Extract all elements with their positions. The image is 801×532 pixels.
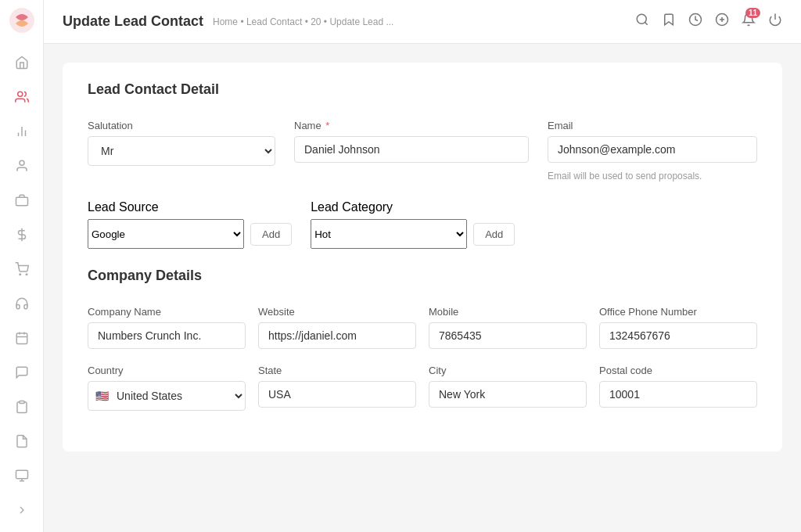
mobile-input[interactable] xyxy=(429,322,587,349)
bookmark-icon[interactable] xyxy=(662,13,676,31)
form-row-2: Lead Source Google Facebook Twitter Refe… xyxy=(88,200,757,249)
company-name-group: Company Name xyxy=(88,306,246,349)
sidebar-item-finance[interactable] xyxy=(6,219,38,250)
page-content: Lead Contact Detail Salutation Mr Mrs Ms… xyxy=(44,44,801,532)
svg-point-18 xyxy=(637,14,646,23)
sidebar-item-home[interactable] xyxy=(6,47,38,78)
page-title: Update Lead Contact xyxy=(63,13,203,30)
lead-contact-card: Lead Contact Detail Salutation Mr Mrs Ms… xyxy=(63,63,782,451)
state-input[interactable] xyxy=(258,381,416,408)
sidebar-item-support[interactable] xyxy=(6,288,38,319)
clock-icon[interactable] xyxy=(688,13,702,31)
sidebar-item-docs[interactable] xyxy=(6,426,38,457)
sidebar-item-messages[interactable] xyxy=(6,357,38,388)
lead-source-select[interactable]: Google Facebook Twitter Referral xyxy=(88,219,244,249)
lead-category-group: Lead Category Hot Warm Cold Add xyxy=(311,200,515,249)
postal-group: Postal code xyxy=(599,365,757,411)
office-phone-label: Office Phone Number xyxy=(599,306,757,318)
sidebar xyxy=(0,0,44,532)
lead-category-row: Hot Warm Cold Add xyxy=(311,219,515,249)
notification-count: 11 xyxy=(745,8,760,18)
office-phone-group: Office Phone Number xyxy=(599,306,757,349)
sidebar-item-clients[interactable] xyxy=(6,150,38,182)
salutation-select[interactable]: Mr Mrs Ms Dr xyxy=(88,136,275,166)
sidebar-item-monitor[interactable] xyxy=(6,460,38,491)
header: Update Lead Contact Home • Lead Contact … xyxy=(44,0,801,44)
svg-rect-15 xyxy=(16,470,27,479)
company-row-2: Country 🇺🇸 United States United Kingdom … xyxy=(88,365,757,411)
company-name-label: Company Name xyxy=(88,306,246,318)
city-input[interactable] xyxy=(429,381,587,408)
postal-label: Postal code xyxy=(599,365,757,376)
office-phone-input[interactable] xyxy=(599,322,757,349)
state-label: State xyxy=(258,365,416,376)
state-group: State xyxy=(258,365,416,411)
name-label: Name * xyxy=(294,120,529,131)
mobile-group: Mobile xyxy=(429,306,587,349)
sidebar-item-contacts[interactable] xyxy=(6,81,38,113)
city-group: City xyxy=(429,365,587,411)
sidebar-item-analytics[interactable] xyxy=(6,116,38,147)
sidebar-item-briefcase[interactable] xyxy=(6,185,38,216)
country-label: Country xyxy=(88,365,246,376)
power-icon[interactable] xyxy=(768,13,782,31)
name-input[interactable] xyxy=(294,136,529,163)
email-group: Email Email will be used to send proposa… xyxy=(548,120,757,182)
country-flag-wrapper: 🇺🇸 United States United Kingdom Canada A… xyxy=(88,381,246,411)
salutation-group: Salutation Mr Mrs Ms Dr xyxy=(88,120,275,182)
sidebar-item-calendar[interactable] xyxy=(6,322,38,354)
lead-contact-section-title: Lead Contact Detail xyxy=(88,81,757,98)
search-icon[interactable] xyxy=(635,13,649,31)
svg-rect-10 xyxy=(16,333,27,344)
sidebar-expand-button[interactable] xyxy=(6,494,38,526)
email-hint: Email will be used to send proposals. xyxy=(548,171,757,182)
app-logo xyxy=(8,6,36,34)
name-group: Name * xyxy=(294,120,529,182)
svg-point-5 xyxy=(20,160,24,165)
website-group: Website xyxy=(258,306,416,349)
lead-source-label: Lead Source xyxy=(88,200,292,214)
lead-source-group: Lead Source Google Facebook Twitter Refe… xyxy=(88,200,292,249)
lead-source-add-button[interactable]: Add xyxy=(250,223,292,246)
svg-point-9 xyxy=(26,274,27,275)
svg-rect-14 xyxy=(20,401,24,404)
breadcrumb: Home • Lead Contact • 20 • Update Lead .… xyxy=(213,16,393,27)
company-name-input[interactable] xyxy=(88,322,246,349)
company-section: Company Details Company Name Website Mob… xyxy=(88,268,757,411)
sidebar-item-cart[interactable] xyxy=(6,253,38,285)
website-label: Website xyxy=(258,306,416,318)
main-area: Update Lead Contact Home • Lead Contact … xyxy=(44,0,801,532)
sidebar-item-clipboard[interactable] xyxy=(6,391,38,422)
website-input[interactable] xyxy=(258,322,416,349)
lead-category-label: Lead Category xyxy=(311,200,515,214)
lead-category-add-button[interactable]: Add xyxy=(473,223,515,246)
postal-input[interactable] xyxy=(599,381,757,408)
svg-point-1 xyxy=(17,92,22,96)
city-label: City xyxy=(429,365,587,376)
country-select[interactable]: United States United Kingdom Canada Aust… xyxy=(88,381,246,411)
email-label: Email xyxy=(548,120,757,131)
company-row-1: Company Name Website Mobile Office Phone… xyxy=(88,306,757,349)
add-icon[interactable] xyxy=(715,13,729,31)
header-actions: 11 xyxy=(635,13,782,31)
lead-category-select[interactable]: Hot Warm Cold xyxy=(311,219,467,249)
form-row-1: Salutation Mr Mrs Ms Dr Name * Email xyxy=(88,120,757,182)
mobile-label: Mobile xyxy=(429,306,587,318)
email-input[interactable] xyxy=(548,136,757,163)
svg-rect-6 xyxy=(16,197,27,206)
lead-source-row: Google Facebook Twitter Referral Add xyxy=(88,219,292,249)
company-section-title: Company Details xyxy=(88,268,757,284)
name-required-marker: * xyxy=(323,120,330,131)
notification-icon[interactable]: 11 xyxy=(742,13,756,31)
svg-point-8 xyxy=(20,274,21,275)
salutation-label: Salutation xyxy=(88,120,275,131)
svg-line-19 xyxy=(645,22,647,24)
country-group: Country 🇺🇸 United States United Kingdom … xyxy=(88,365,246,411)
